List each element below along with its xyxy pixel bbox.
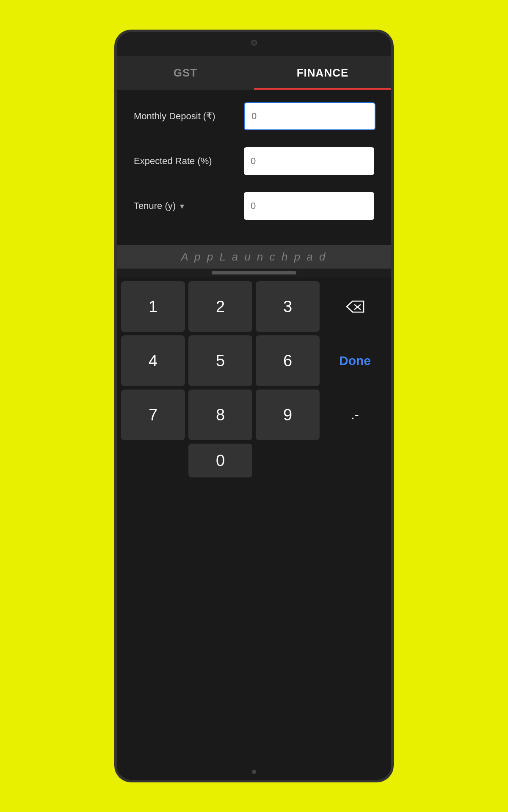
done-button[interactable]: Done — [323, 335, 387, 386]
key-5[interactable]: 5 — [188, 335, 252, 386]
keyboard-section: 1 2 3 4 5 6 Done — [117, 277, 391, 780]
key-7[interactable]: 7 — [121, 390, 185, 440]
watermark: A p p L a u n c h p a d — [117, 245, 391, 269]
monthly-deposit-input[interactable] — [244, 102, 375, 130]
tenure-input[interactable] — [244, 192, 374, 220]
expected-rate-row: Expected Rate (%) — [134, 147, 374, 175]
tab-finance[interactable]: FINANCE — [254, 56, 391, 90]
expected-rate-input[interactable] — [244, 147, 374, 175]
keyboard-bottom-row: 0 — [121, 444, 387, 477]
device-screen: GST FINANCE Monthly Deposit (₹) Expected… — [117, 32, 391, 780]
device-home-indicator — [252, 770, 256, 774]
device-frame: GST FINANCE Monthly Deposit (₹) Expected… — [114, 30, 394, 782]
key-2[interactable]: 2 — [188, 281, 252, 332]
keyboard-grid: 1 2 3 4 5 6 Done — [121, 281, 387, 440]
tenure-label: Tenure (y) — [134, 200, 176, 211]
chevron-down-icon[interactable]: ▾ — [180, 201, 184, 211]
key-6[interactable]: 6 — [256, 335, 320, 386]
tenure-label-wrapper: Tenure (y) ▾ — [134, 200, 244, 211]
key-3[interactable]: 3 — [256, 281, 320, 332]
device-camera — [251, 40, 257, 46]
key-1[interactable]: 1 — [121, 281, 185, 332]
key-8[interactable]: 8 — [188, 390, 252, 440]
scroll-indicator — [212, 271, 296, 274]
expected-rate-label: Expected Rate (%) — [134, 156, 244, 167]
key-dot-dash[interactable]: .- — [323, 390, 387, 440]
form-section: Monthly Deposit (₹) Expected Rate (%) Te… — [117, 90, 391, 245]
app-content: GST FINANCE Monthly Deposit (₹) Expected… — [117, 56, 391, 780]
tenure-row: Tenure (y) ▾ — [134, 192, 374, 220]
backspace-button[interactable] — [323, 281, 387, 332]
tab-gst[interactable]: GST — [117, 56, 254, 90]
tab-bar: GST FINANCE — [117, 56, 391, 90]
key-9[interactable]: 9 — [256, 390, 320, 440]
monthly-deposit-row: Monthly Deposit (₹) — [134, 102, 374, 130]
monthly-deposit-label: Monthly Deposit (₹) — [134, 111, 244, 122]
key-0[interactable]: 0 — [188, 444, 252, 477]
key-4[interactable]: 4 — [121, 335, 185, 386]
